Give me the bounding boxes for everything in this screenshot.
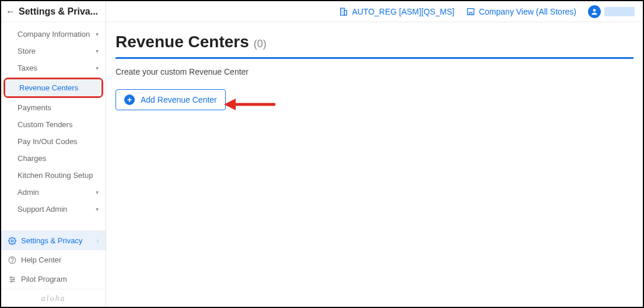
sidebar-item-label: Payments bbox=[18, 103, 51, 112]
org-link[interactable]: AUTO_REG [ASM][QS_MS] bbox=[339, 7, 454, 16]
sidebar-item-kitchen-routing-setup[interactable]: Kitchen Routing Setup bbox=[1, 167, 106, 184]
sidebar-item-label: Admin bbox=[18, 188, 39, 197]
sidebar-nav: Company Information ▾ Store ▾ Taxes ▾ Re… bbox=[1, 22, 106, 221]
user-menu[interactable] bbox=[588, 5, 635, 18]
company-view-link[interactable]: Company View (All Stores) bbox=[466, 7, 576, 16]
sidebar-item-label: Store bbox=[18, 47, 36, 55]
chevron-down-icon: ▾ bbox=[96, 189, 99, 195]
sidebar-item-label: Support Admin bbox=[18, 205, 67, 214]
bottom-item-help-center[interactable]: Help Center bbox=[1, 250, 106, 270]
svg-point-7 bbox=[13, 278, 14, 279]
sidebar-item-label: Company Information bbox=[18, 30, 90, 38]
annotation-highlight-box: Revenue Centers bbox=[4, 78, 103, 98]
user-name-redacted bbox=[604, 7, 635, 16]
bottom-item-pilot-program[interactable]: Pilot Program bbox=[1, 270, 106, 289]
help-icon bbox=[8, 256, 16, 264]
gear-icon bbox=[8, 237, 16, 245]
sidebar-item-charges[interactable]: Charges bbox=[1, 150, 106, 167]
bottom-item-label: Help Center bbox=[21, 256, 61, 264]
sidebar-header: ← Settings & Priva... bbox=[1, 1, 106, 22]
chevron-down-icon: ▾ bbox=[96, 48, 99, 54]
page-title-count: (0) bbox=[254, 38, 267, 50]
page-title-text: Revenue Centers bbox=[116, 33, 249, 51]
add-revenue-center-button[interactable]: + Add Revenue Center bbox=[116, 89, 226, 110]
chevron-down-icon: ▾ bbox=[96, 206, 99, 212]
chevron-right-icon: › bbox=[97, 237, 99, 244]
page-subtitle: Create your custom Revenue Center bbox=[116, 67, 634, 76]
chevron-down-icon: ▾ bbox=[96, 31, 99, 37]
sidebar-item-support-admin[interactable]: Support Admin ▾ bbox=[1, 201, 106, 218]
sidebar-item-label: Taxes bbox=[18, 64, 37, 72]
sidebar-item-admin[interactable]: Admin ▾ bbox=[1, 184, 106, 201]
org-link-label: AUTO_REG [ASM][QS_MS] bbox=[352, 7, 454, 16]
avatar-icon bbox=[588, 5, 601, 18]
main: AUTO_REG [ASM][QS_MS] Company View (All … bbox=[106, 1, 643, 307]
svg-point-0 bbox=[11, 240, 13, 242]
sidebar-item-payments[interactable]: Payments bbox=[1, 99, 106, 116]
plus-icon: + bbox=[124, 94, 135, 105]
svg-point-8 bbox=[11, 281, 12, 282]
back-icon[interactable]: ← bbox=[6, 6, 15, 17]
sidebar-item-label: Kitchen Routing Setup bbox=[18, 171, 93, 180]
sidebar-item-revenue-centers[interactable]: Revenue Centers bbox=[5, 79, 102, 96]
svg-point-6 bbox=[10, 276, 12, 278]
bottom-item-settings-privacy[interactable]: Settings & Privacy › bbox=[1, 231, 106, 250]
sidebar-item-custom-tenders[interactable]: Custom Tenders bbox=[1, 116, 106, 133]
svg-rect-10 bbox=[345, 10, 347, 15]
store-icon bbox=[466, 7, 475, 16]
sidebar-item-label: Custom Tenders bbox=[18, 120, 72, 129]
svg-point-2 bbox=[12, 261, 13, 262]
sidebar-item-label: Charges bbox=[18, 154, 46, 163]
sidebar-item-store[interactable]: Store ▾ bbox=[1, 43, 106, 60]
sidebar-item-taxes[interactable]: Taxes ▾ bbox=[1, 60, 106, 76]
sidebar-item-label: Revenue Centers bbox=[19, 83, 78, 92]
add-button-label: Add Revenue Center bbox=[141, 95, 217, 104]
bottom-item-label: Pilot Program bbox=[21, 275, 67, 284]
building-icon bbox=[339, 7, 348, 16]
brand-logo: aloha bbox=[1, 289, 106, 307]
sidebar-bottom: Settings & Privacy › Help Center Pilot bbox=[1, 230, 106, 307]
svg-point-14 bbox=[593, 9, 596, 12]
sliders-icon bbox=[8, 275, 16, 284]
topbar: AUTO_REG [ASM][QS_MS] Company View (All … bbox=[106, 1, 643, 22]
bottom-item-label: Settings & Privacy bbox=[21, 236, 83, 245]
sidebar-title: Settings & Priva... bbox=[19, 6, 101, 17]
content: Revenue Centers (0) Create your custom R… bbox=[106, 22, 643, 110]
sidebar-item-pay-in-out-codes[interactable]: Pay In/Out Codes bbox=[1, 133, 106, 150]
sidebar-item-company-information[interactable]: Company Information ▾ bbox=[1, 26, 106, 43]
page-title: Revenue Centers (0) bbox=[116, 33, 634, 51]
sidebar-item-label: Pay In/Out Codes bbox=[18, 137, 78, 146]
sidebar: ← Settings & Priva... Company Informatio… bbox=[1, 1, 106, 307]
title-underline bbox=[116, 57, 634, 59]
company-view-label: Company View (All Stores) bbox=[479, 7, 576, 16]
chevron-down-icon: ▾ bbox=[96, 65, 99, 71]
